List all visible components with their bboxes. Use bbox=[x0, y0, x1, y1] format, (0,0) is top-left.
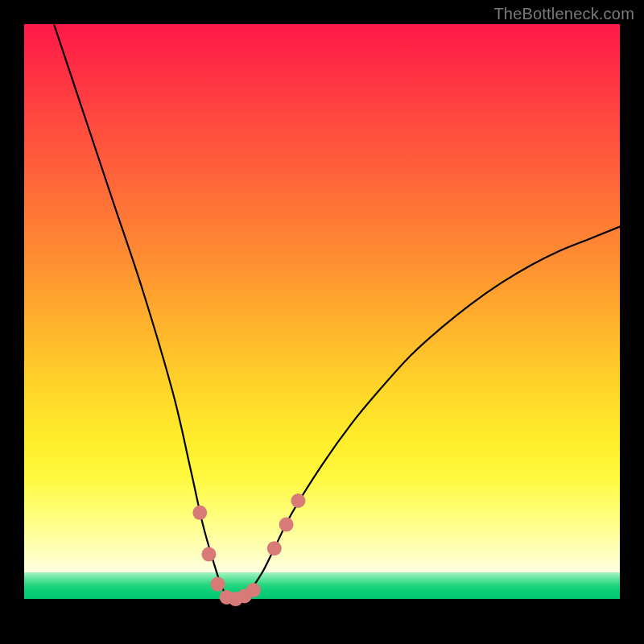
highlight-valley-4 bbox=[246, 583, 261, 597]
curve-layer bbox=[24, 24, 620, 620]
highlight-right-mid bbox=[279, 518, 294, 532]
chart-stage: TheBottleneck.com bbox=[0, 0, 644, 644]
highlight-right-upper bbox=[291, 493, 305, 508]
highlight-left-lower bbox=[211, 577, 225, 592]
highlight-right-lower bbox=[267, 541, 282, 555]
highlight-left-mid bbox=[201, 547, 216, 562]
highlight-markers bbox=[192, 493, 305, 606]
watermark-text: TheBottleneck.com bbox=[493, 5, 634, 23]
bottleneck-curve bbox=[54, 24, 620, 600]
highlight-left-upper bbox=[192, 506, 207, 520]
plot-area bbox=[24, 24, 620, 620]
